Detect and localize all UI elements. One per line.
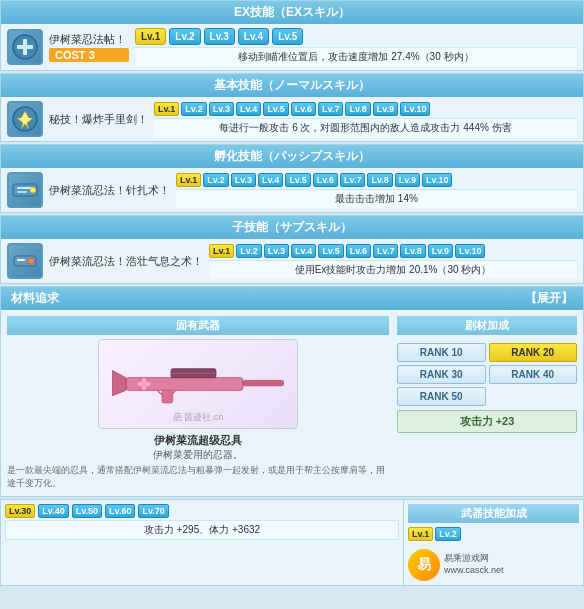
- rank40-btn[interactable]: RANK 40: [489, 365, 578, 384]
- p-lv9-btn[interactable]: Lv.9: [395, 173, 420, 187]
- normal-skill-header: 基本技能（ノーマルスキル）: [1, 74, 583, 97]
- n-lv9-btn[interactable]: Lv.9: [373, 102, 398, 116]
- bl-lv50-btn[interactable]: Lv.50: [72, 504, 102, 518]
- s-lv5-btn[interactable]: Lv.5: [318, 244, 343, 258]
- passive-skill-header: 孵化技能（パッシブスキル）: [1, 145, 583, 168]
- s-lv8-btn[interactable]: Lv.8: [400, 244, 425, 258]
- svg-rect-10: [17, 259, 25, 261]
- bl-lv60-btn[interactable]: Lv.60: [105, 504, 135, 518]
- ex-lv3-btn[interactable]: Lv.3: [204, 28, 235, 45]
- weapon-skill-bonus-header: 武器技能加成: [408, 504, 579, 523]
- ex-skill-name-box: 伊树菜忍法帖！ COST 3: [49, 32, 129, 62]
- p-lv8-btn[interactable]: Lv.8: [367, 173, 392, 187]
- svg-point-18: [138, 382, 142, 386]
- ex-skill-levels: Lv.1 Lv.2 Lv.3 Lv.4 Lv.5 移动到瞄准位置后，攻击速度增加…: [135, 28, 577, 66]
- materials-body: 固有武器: [1, 310, 583, 496]
- normal-skill-name: 秘技！爆炸手里剑！: [49, 112, 148, 126]
- owned-weapon-label: 固有武器: [7, 316, 389, 335]
- passive-skill-section: 孵化技能（パッシブスキル） 伊树菜流忍法！针扎术！ Lv.1 Lv.2 Lv.3…: [0, 144, 584, 213]
- rank-grid: RANK 10 RANK 20 RANK 30 RANK 40 RANK 50: [397, 343, 577, 406]
- bl-lv70-btn[interactable]: Lv.70: [138, 504, 168, 518]
- br-lv2-btn[interactable]: Lv.2: [435, 527, 460, 541]
- materials-section: 材料追求 【展开】 固有武器: [0, 286, 584, 497]
- svg-point-11: [28, 258, 34, 264]
- passive-skill-icon: [7, 172, 43, 208]
- logo-area: 易 易乘游戏网 www.casck.net: [408, 549, 579, 581]
- expand-label[interactable]: 【展开】: [525, 290, 573, 307]
- n-lv1-btn[interactable]: Lv.1: [154, 102, 179, 116]
- p-lv7-btn[interactable]: Lv.7: [340, 173, 365, 187]
- normal-skill-icon: [7, 101, 43, 137]
- s-lv2-btn[interactable]: Lv.2: [236, 244, 261, 258]
- svg-point-17: [140, 380, 147, 387]
- normal-skill-title: 基本技能（ノーマルスキル）: [214, 78, 370, 92]
- bottom-lv-row: Lv.30 Lv.40 Lv.50 Lv.60 Lv.70: [5, 504, 399, 518]
- ex-lv5-btn[interactable]: Lv.5: [272, 28, 303, 45]
- s-lv6-btn[interactable]: Lv.6: [346, 244, 371, 258]
- svg-point-8: [30, 187, 36, 193]
- watermark: 葩 茵迹社.cn: [99, 411, 297, 424]
- rank10-btn[interactable]: RANK 10: [397, 343, 486, 362]
- s-lv7-btn[interactable]: Lv.7: [373, 244, 398, 258]
- ex-skill-section: EX技能（EXスキル） 伊树菜忍法帖！ COST 3 Lv.1 Lv.2 Lv.…: [0, 0, 584, 71]
- p-lv2-btn[interactable]: Lv.2: [203, 173, 228, 187]
- rank30-btn[interactable]: RANK 30: [397, 365, 486, 384]
- bottom-desc: 攻击力 +295、体力 +3632: [5, 520, 399, 540]
- n-lv4-btn[interactable]: Lv.4: [236, 102, 261, 116]
- ex-lv1-btn[interactable]: Lv.1: [135, 28, 166, 45]
- s-lv1-btn[interactable]: Lv.1: [209, 244, 234, 258]
- s-lv3-btn[interactable]: Lv.3: [264, 244, 289, 258]
- n-lv3-btn[interactable]: Lv.3: [209, 102, 234, 116]
- stats-area: 剧材加成 RANK 10 RANK 20 RANK 30 RANK 40 RAN…: [397, 316, 577, 490]
- logo-text: 易乘游戏网 www.casck.net: [444, 553, 504, 576]
- p-lv5-btn[interactable]: Lv.5: [285, 173, 310, 187]
- p-lv3-btn[interactable]: Lv.3: [231, 173, 256, 187]
- n-lv5-btn[interactable]: Lv.5: [263, 102, 288, 116]
- svg-point-20: [142, 378, 146, 382]
- br-lv1-btn[interactable]: Lv.1: [408, 527, 433, 541]
- sub-skill-levels: Lv.1 Lv.2 Lv.3 Lv.4 Lv.5 Lv.6 Lv.7 Lv.8 …: [209, 244, 577, 279]
- n-lv8-btn[interactable]: Lv.8: [345, 102, 370, 116]
- materials-title: 材料追求: [11, 290, 59, 307]
- sub-skill-levels-row: Lv.1 Lv.2 Lv.3 Lv.4 Lv.5 Lv.6 Lv.7 Lv.8 …: [209, 244, 577, 258]
- svg-point-19: [147, 382, 151, 386]
- n-lv7-btn[interactable]: Lv.7: [318, 102, 343, 116]
- n-lv10-btn[interactable]: Lv.10: [400, 102, 430, 116]
- sub-skill-name-box: 伊树菜流忍法！浩壮气息之术！: [49, 254, 203, 268]
- skill-lvs-right: Lv.1 Lv.2: [408, 527, 579, 541]
- sub-skill-section: 子技能（サブスキル） 伊树菜流忍法！浩壮气息之术！ Lv.1 Lv.2 Lv.3…: [0, 215, 584, 284]
- sub-skill-desc: 使用Ex技能时攻击力增加 20.1%（30 秒内）: [209, 260, 577, 279]
- cost-label: COST: [55, 49, 86, 61]
- p-lv4-btn[interactable]: Lv.4: [258, 173, 283, 187]
- ex-lv4-btn[interactable]: Lv.4: [238, 28, 269, 45]
- weapon-full-desc: 是一款最尖端的忍具，通常搭配伊树菜流忍法与粗暴弹一起发射，或是用于帮主公按摩肩等…: [7, 464, 389, 489]
- ex-skill-icon: [7, 29, 43, 65]
- sub-skill-title: 子技能（サブスキル）: [232, 220, 352, 234]
- p-lv1-btn[interactable]: Lv.1: [176, 173, 201, 187]
- passive-skill-levels-row: Lv.1 Lv.2 Lv.3 Lv.4 Lv.5 Lv.6 Lv.7 Lv.8 …: [176, 173, 577, 187]
- passive-skill-desc: 最击击击增加 14%: [176, 189, 577, 208]
- ex-skill-title: EX技能（EXスキル）: [234, 5, 350, 19]
- n-lv6-btn[interactable]: Lv.6: [291, 102, 316, 116]
- materials-header: 材料追求 【展开】: [1, 287, 583, 310]
- normal-skill-section: 基本技能（ノーマルスキル） 秘技！爆炸手里剑！ Lv.1 Lv.2 Lv.3 L…: [0, 73, 584, 142]
- s-lv9-btn[interactable]: Lv.9: [428, 244, 453, 258]
- attack-bonus: 攻击力 +23: [397, 410, 577, 433]
- bl-lv30-btn[interactable]: Lv.30: [5, 504, 35, 518]
- sub-skill-name: 伊树菜流忍法！浩壮气息之术！: [49, 254, 203, 268]
- s-lv4-btn[interactable]: Lv.4: [291, 244, 316, 258]
- p-lv6-btn[interactable]: Lv.6: [313, 173, 338, 187]
- rank50-btn[interactable]: RANK 50: [397, 387, 486, 406]
- p-lv10-btn[interactable]: Lv.10: [422, 173, 452, 187]
- n-lv2-btn[interactable]: Lv.2: [181, 102, 206, 116]
- bl-lv40-btn[interactable]: Lv.40: [38, 504, 68, 518]
- s-lv10-btn[interactable]: Lv.10: [455, 244, 485, 258]
- rank20-btn[interactable]: RANK 20: [489, 343, 578, 362]
- ex-lv2-btn[interactable]: Lv.2: [169, 28, 200, 45]
- ex-skill-desc: 移动到瞄准位置后，攻击速度增加 27.4%（30 秒内）: [135, 47, 577, 66]
- logo-icon: 易: [408, 549, 440, 581]
- weapon-desc-area: 伊树菜流超级忍具 伊树菜爱用的忍器。 是一款最尖端的忍具，通常搭配伊树菜流忍法与…: [7, 433, 389, 490]
- material-bonus-label: 剧材加成: [397, 316, 577, 335]
- passive-skill-name: 伊树菜流忍法！针扎术！: [49, 183, 170, 197]
- ex-skill-name: 伊树菜忍法帖！: [49, 32, 129, 46]
